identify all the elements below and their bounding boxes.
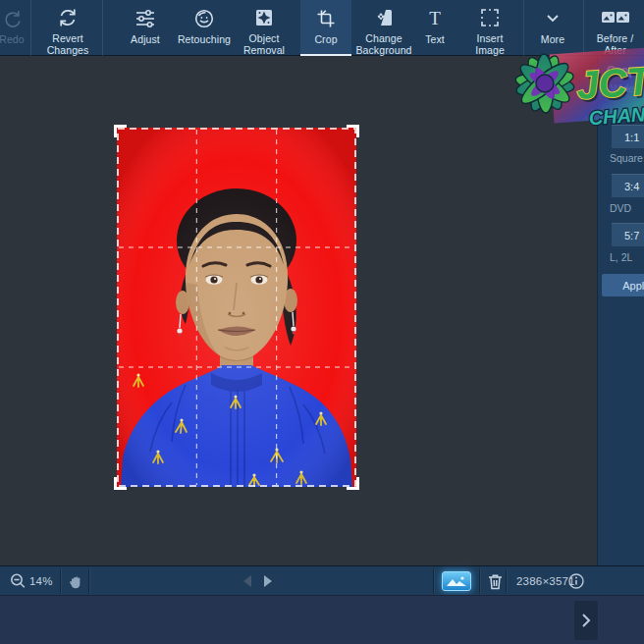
crop-handle-bottom-left[interactable] xyxy=(114,477,127,490)
preset-l2l-button[interactable]: 5:7 xyxy=(612,223,644,246)
image-info-button[interactable] xyxy=(567,566,585,596)
preset-square-button[interactable]: 1:1 xyxy=(612,125,644,148)
status-bar: 14% 2386×3571 xyxy=(0,565,644,595)
panel-title: Crop xyxy=(598,63,644,78)
chevron-down-icon xyxy=(541,6,564,31)
preset-square-label: Square xyxy=(610,152,643,164)
statusbar-separator xyxy=(60,568,61,594)
crop-selection[interactable] xyxy=(117,128,356,487)
crop-icon xyxy=(315,6,337,31)
photo xyxy=(117,128,356,487)
before-after-icon xyxy=(601,6,630,30)
statusbar-separator xyxy=(506,568,507,594)
toolbar-separator xyxy=(102,0,103,56)
before-after-button[interactable]: Before / After xyxy=(586,0,644,56)
insert-image-button[interactable]: Insert Image xyxy=(459,0,520,56)
gallery-icon xyxy=(442,571,471,591)
more-button[interactable]: More xyxy=(526,0,579,56)
insert-image-icon xyxy=(479,6,501,30)
svg-text:T: T xyxy=(429,8,441,28)
text-icon: T xyxy=(424,6,446,31)
revert-changes-button[interactable]: Revert Changes xyxy=(35,0,100,56)
change-background-icon xyxy=(373,6,395,30)
adjust-button[interactable]: Adjust xyxy=(116,0,175,56)
object-removal-icon xyxy=(253,6,275,30)
statusbar-separator xyxy=(88,568,89,594)
preset-dvd-button[interactable]: 3:4 xyxy=(612,174,644,197)
preset-l2l-label: L, 2L xyxy=(610,251,632,263)
zoom-out-magnifier-icon[interactable] xyxy=(8,566,27,596)
panel-subtitle: Wide xyxy=(611,82,634,94)
text-button[interactable]: T Text xyxy=(412,0,457,56)
apply-button[interactable]: Apply xyxy=(602,274,644,296)
preset-dvd-label: DVD xyxy=(610,202,631,214)
info-icon xyxy=(567,572,585,590)
toolbar-separator xyxy=(523,0,524,56)
next-image-button[interactable] xyxy=(264,566,272,596)
statusbar-separator xyxy=(479,568,480,594)
crop-grid xyxy=(117,128,356,487)
previous-image-button[interactable] xyxy=(243,566,251,596)
revert-icon xyxy=(56,6,80,30)
toolbar-separator xyxy=(583,0,584,56)
crop-handle-top-left[interactable] xyxy=(114,125,127,137)
gallery-toggle-button[interactable] xyxy=(442,566,471,596)
hand-pan-icon[interactable] xyxy=(65,566,84,596)
crop-handle-bottom-right[interactable] xyxy=(347,477,359,490)
statusbar-separator xyxy=(433,568,434,594)
object-removal-button[interactable]: Object Removal xyxy=(230,0,298,56)
expand-gallery-button[interactable] xyxy=(574,601,598,640)
crop-button[interactable]: Crop xyxy=(300,0,351,56)
editor-canvas xyxy=(0,56,597,565)
gallery-strip xyxy=(0,595,644,644)
crop-options-panel: Crop Wide 1:1 Square 3:4 DVD 5:7 L, 2L A… xyxy=(597,56,644,565)
change-background-button[interactable]: Change Background xyxy=(351,0,416,56)
zoom-level: 14% xyxy=(29,566,53,596)
next-arrow-icon xyxy=(264,575,272,587)
delete-image-button[interactable] xyxy=(485,566,505,596)
image-dimensions: 2386×3571 xyxy=(516,566,575,596)
sliders-icon xyxy=(134,6,157,31)
redo-icon xyxy=(1,6,23,31)
crop-handle-top-right[interactable] xyxy=(347,125,359,137)
top-toolbar: Redo Revert Changes Adjust Retouching xyxy=(0,0,644,56)
toolbar-separator xyxy=(30,0,31,56)
prev-arrow-icon xyxy=(243,575,251,587)
chevron-right-icon xyxy=(580,612,592,629)
retouch-face-icon xyxy=(192,6,216,31)
trash-icon xyxy=(485,571,505,591)
